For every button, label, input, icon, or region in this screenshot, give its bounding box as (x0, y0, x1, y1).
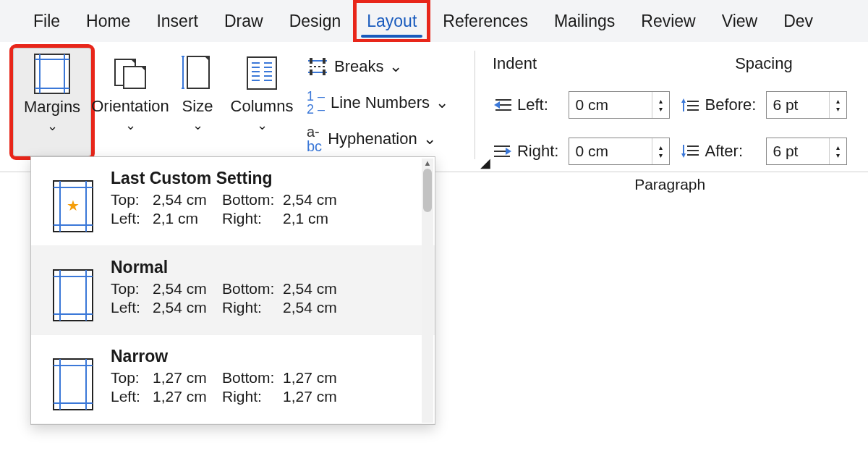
tab-layout[interactable]: Layout (354, 0, 430, 42)
svg-rect-31 (323, 69, 326, 75)
tab-home[interactable]: Home (73, 0, 143, 42)
tab-file[interactable]: File (20, 0, 73, 42)
indent-left-value: 0 cm (575, 96, 608, 114)
svg-marker-49 (681, 153, 686, 158)
columns-label: Columns (231, 97, 294, 116)
preset-name: Normal (111, 258, 419, 277)
spacing-heading: Spacing (680, 54, 847, 73)
chevron-down-icon: ⌄ (257, 119, 268, 132)
indent-left-icon (493, 97, 513, 113)
ribbon-layout: Margins ⌄ Orientation ⌄ (0, 42, 868, 172)
tab-references[interactable]: References (430, 0, 541, 42)
stepper-arrows-icon[interactable]: ▴▾ (829, 138, 846, 164)
svg-marker-40 (681, 98, 686, 103)
indent-right-stepper[interactable]: 0 cm ▴▾ (569, 138, 670, 165)
stepper-arrows-icon[interactable]: ▴▾ (652, 92, 669, 118)
svg-marker-44 (506, 148, 511, 155)
tab-draw[interactable]: Draw (211, 0, 276, 42)
indent-left-label: Left: (493, 96, 558, 114)
page-thumb-icon: ★ (53, 358, 93, 410)
chevron-down-icon: ⌄ (389, 57, 402, 76)
orientation-button[interactable]: Orientation ⌄ (91, 48, 169, 156)
indent-right-icon (493, 143, 513, 159)
size-button[interactable]: Size ⌄ (169, 48, 226, 156)
breaks-label: Breaks (334, 57, 383, 76)
svg-text:★: ★ (67, 198, 80, 214)
chevron-down-icon: ⌄ (423, 130, 436, 148)
group-paragraph: Indent Spacing Left: 0 cm ▴▾ Before: 6 p… (485, 42, 854, 172)
preset-name: Narrow (111, 347, 419, 366)
chevron-down-icon: ⌄ (125, 119, 136, 132)
breaks-button[interactable]: Breaks ⌄ (302, 51, 453, 83)
paragraph-group-caption: Paragraph (634, 176, 705, 193)
svg-rect-29 (323, 58, 326, 64)
stepper-arrows-icon[interactable]: ▴▾ (652, 138, 669, 164)
svg-marker-35 (494, 101, 500, 109)
svg-rect-14 (247, 57, 276, 89)
spacing-after-icon (680, 143, 700, 159)
svg-rect-7 (124, 67, 145, 88)
line-numbers-button[interactable]: 1 –2 – Line Numbers ⌄ (302, 87, 453, 119)
tab-review[interactable]: Review (628, 0, 708, 42)
spacing-after-stepper[interactable]: 6 pt ▴▾ (766, 138, 847, 165)
size-label: Size (182, 97, 213, 116)
spacing-before-value: 6 pt (773, 96, 798, 114)
hyphenation-label: Hyphenation (328, 130, 417, 148)
svg-rect-28 (310, 58, 312, 64)
chevron-down-icon: ⌄ (435, 93, 448, 112)
page-thumb-icon: ★ (53, 180, 93, 232)
tab-design[interactable]: Design (276, 0, 354, 42)
chevron-down-icon: ⌄ (47, 119, 58, 132)
margins-button[interactable]: Margins ⌄ (13, 48, 91, 156)
line-numbers-label: Line Numbers (331, 93, 430, 112)
page-setup-stack: Breaks ⌄ 1 –2 – Line Numbers ⌄ a-bc Hyph… (298, 48, 457, 155)
margins-icon (34, 53, 70, 95)
columns-icon (246, 52, 278, 94)
tab-insert[interactable]: Insert (143, 0, 211, 42)
hyphenation-button[interactable]: a-bc Hyphenation ⌄ (302, 123, 453, 155)
spacing-before-stepper[interactable]: 6 pt ▴▾ (766, 91, 847, 119)
tab-view[interactable]: View (709, 0, 770, 42)
indent-left-stepper[interactable]: 0 cm ▴▾ (569, 91, 670, 119)
columns-button[interactable]: Columns ⌄ (226, 48, 298, 156)
spacing-before-label: Before: (680, 96, 756, 114)
svg-rect-9 (187, 56, 209, 88)
spacing-after-label: After: (680, 142, 756, 161)
divider (475, 51, 475, 159)
indent-heading: Indent (493, 54, 670, 73)
indent-right-value: 0 cm (575, 143, 608, 160)
tab-strip: File Home Insert Draw Design Layout Refe… (0, 0, 868, 42)
tab-dev[interactable]: Dev (770, 0, 826, 42)
spacing-after-value: 6 pt (773, 143, 798, 160)
tab-mailings[interactable]: Mailings (541, 0, 628, 42)
spacing-before-icon (680, 97, 700, 113)
page-setup-dialog-launcher[interactable]: ◢ (480, 155, 490, 171)
page-thumb-icon: ★ (53, 269, 93, 321)
svg-rect-30 (310, 69, 312, 75)
margins-preset[interactable]: ★ NormalTop:2,54 cmBottom:2,54 cmLeft:2,… (31, 246, 435, 335)
breaks-icon (307, 56, 328, 77)
margins-preset[interactable]: ★ NarrowTop:1,27 cmBottom:1,27 cmLeft:1,… (31, 335, 435, 424)
group-page-setup: Margins ⌄ Orientation ⌄ (0, 42, 464, 158)
line-numbers-icon: 1 –2 – (307, 90, 325, 116)
margins-label: Margins (24, 98, 80, 117)
chevron-down-icon: ⌄ (192, 119, 203, 132)
margins-preset[interactable]: ★ Last Custom SettingTop:2,54 cmBottom:2… (31, 157, 435, 246)
size-icon (180, 52, 215, 94)
margins-dropdown: ★ Last Custom SettingTop:2,54 cmBottom:2… (30, 156, 435, 425)
orientation-label: Orientation (91, 97, 169, 116)
stepper-arrows-icon[interactable]: ▴▾ (829, 92, 846, 118)
hyphenation-icon: a-bc (307, 124, 322, 153)
scrollbar[interactable] (422, 159, 433, 423)
preset-name: Last Custom Setting (111, 169, 419, 188)
indent-right-label: Right: (493, 142, 558, 161)
orientation-icon (111, 52, 150, 94)
